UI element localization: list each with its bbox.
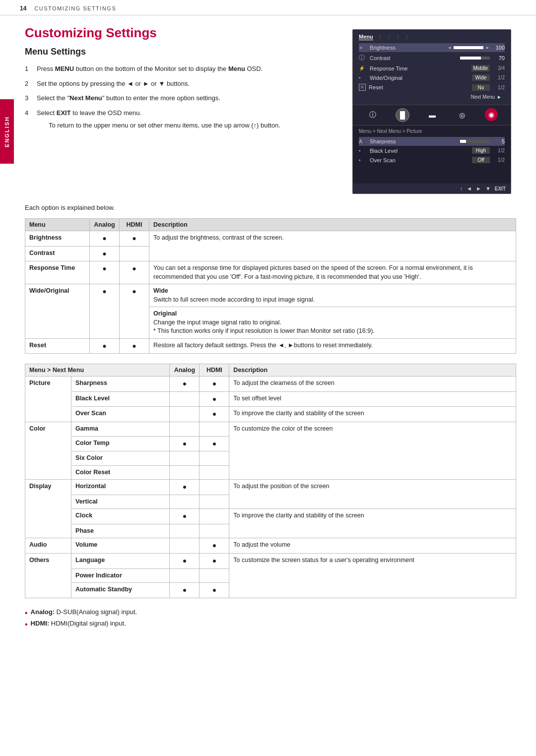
table2-colorreset-item: Color Reset bbox=[71, 465, 170, 480]
table1: Menu Analog HDMI Description Brightness … bbox=[25, 218, 516, 354]
table2-col-analog: Analog bbox=[170, 364, 200, 377]
table2-volume-desc: To adjust the volume bbox=[229, 538, 516, 554]
footer-notes: • Analog: D-SUB(Analog signal) input. • … bbox=[25, 608, 516, 629]
table2-sharpness-item: Sharpness bbox=[71, 377, 170, 392]
osd-overscan-label: Over Scan bbox=[370, 157, 472, 163]
table2-clock-item: Clock bbox=[71, 509, 170, 524]
osd-icon-color-btn: ◎ bbox=[455, 108, 469, 122]
table2-colortemp-analog: ● bbox=[170, 436, 200, 451]
osd-contrast-value: 70 bbox=[493, 55, 505, 61]
section-title: Menu Settings bbox=[25, 47, 337, 57]
osd-reset-value-box: No bbox=[472, 84, 490, 91]
table1-reset-analog: ● bbox=[90, 338, 120, 354]
table2-others-group: Others bbox=[25, 553, 71, 598]
table1-row-response: Response Time ● ● You can set a response… bbox=[25, 261, 516, 284]
osd-left-icon: ◄ bbox=[467, 186, 472, 191]
table2-display-pos-desc: To adjust the position of the screen bbox=[229, 480, 516, 509]
step-2-text: Set the options by pressing the ◄ or ► o… bbox=[37, 79, 190, 89]
page-number: 14 bbox=[20, 5, 26, 12]
step-1-num: 1 bbox=[25, 64, 34, 74]
osd-response-sub: 3/4 bbox=[493, 65, 505, 71]
table2-language-item: Language bbox=[71, 553, 170, 568]
table2-phase-hdmi bbox=[200, 524, 229, 538]
osd-overscan-sub: 1/2 bbox=[493, 157, 505, 163]
table1-col-hdmi: HDMI bbox=[120, 219, 149, 231]
table2-autostandby-item: Automatic Standby bbox=[71, 583, 170, 598]
table2-gamma-hdmi bbox=[200, 422, 229, 437]
osd-response-label: Response Time bbox=[370, 65, 471, 71]
osd-icon-audio-btn: ▬ bbox=[425, 108, 439, 122]
caption-text: Each option is explained below. bbox=[25, 204, 516, 211]
table2-vertical-hdmi bbox=[200, 495, 229, 509]
table1-col-desc: Description bbox=[149, 219, 516, 231]
table1-original-desc: OriginalChange the input image signal ra… bbox=[149, 307, 516, 339]
footer-hdmi-text: HDMI: HDMI(Digital signal) input. bbox=[31, 620, 126, 627]
osd-brightness-bar: ◄ ► bbox=[447, 45, 490, 50]
table2-header-row: Menu > Next Menu Analog HDMI Description bbox=[25, 364, 516, 377]
table2-blacklevel-hdmi: ● bbox=[200, 391, 229, 407]
table1-row-brightness: Brightness ● ● To adjust the brightness,… bbox=[25, 231, 516, 247]
osd-tab-menu: Menu bbox=[359, 34, 373, 40]
step-2: 2 Set the options by pressing the ◄ or ►… bbox=[25, 79, 337, 89]
step-4-text: Select EXIT to leave the OSD menu. bbox=[37, 109, 141, 117]
table2-display-clarity-desc: To improve the clarity and stability of … bbox=[229, 509, 516, 538]
table1-reset-desc: Restore all factory default settings. Pr… bbox=[149, 338, 516, 354]
table2-autostandby-hdmi: ● bbox=[200, 583, 229, 598]
step-3: 3 Select the "Next Menu" button to enter… bbox=[25, 93, 337, 103]
steps-list: 1 Press MENU button on the bottom of the… bbox=[25, 64, 337, 130]
osd-overscan-icon: ▪ bbox=[359, 157, 367, 163]
table2-sixcolor-analog bbox=[170, 451, 200, 466]
table2-colorreset-hdmi bbox=[200, 465, 229, 480]
osd-wide-value-box: Wide bbox=[472, 74, 490, 81]
table1-wide-hdmi: ● bbox=[120, 284, 149, 339]
osd-breadcrumb: Menu > Next Menu > Picture bbox=[359, 128, 505, 134]
table2-volume-item: Volume bbox=[71, 538, 170, 554]
table2-clock-analog: ● bbox=[170, 509, 200, 524]
bullet-dot-analog: • bbox=[25, 608, 28, 618]
table2-row-picture-sharpness: Picture Sharpness ● ● To adjust the clea… bbox=[25, 377, 516, 392]
osd-contrast-icon: ⓘ bbox=[359, 54, 367, 62]
osd-tab-row: Menu / / / / bbox=[359, 34, 505, 40]
osd-sharpness-label: Sharpness bbox=[370, 138, 460, 144]
osd-submenu: Menu > Next Menu > Picture A Sharpness 5 bbox=[353, 125, 511, 184]
step-4-subnote: To return to the upper menu or set other… bbox=[49, 121, 280, 130]
table2-vertical-analog bbox=[170, 495, 200, 509]
osd-overscan-value-box: Off bbox=[472, 157, 490, 163]
table2-overscan-item: Over Scan bbox=[71, 407, 170, 422]
osd-arrow-right: ► bbox=[485, 45, 490, 50]
osd-brightness-value: 100 bbox=[493, 45, 505, 51]
osd-sub-row-blacklevel: ▪ Black Level High 1/2 bbox=[359, 146, 505, 155]
osd-sharpness-bar bbox=[460, 140, 490, 143]
table2-phase-analog bbox=[170, 524, 200, 538]
table2-row-audio-volume: Audio Volume ● To adjust the volume bbox=[25, 538, 516, 554]
osd-brightness-label: Brightness bbox=[370, 45, 447, 51]
osd-brightness-icon: ✳ bbox=[359, 45, 367, 51]
table1-col-analog: Analog bbox=[90, 219, 120, 231]
table1-row-wide: Wide/Original ● ● WideSwitch to full scr… bbox=[25, 284, 516, 307]
osd-wide-sub: 1/2 bbox=[493, 75, 505, 80]
header-title: CUSTOMIZING SETTINGS bbox=[34, 5, 116, 11]
table2-col-hdmi: HDMI bbox=[200, 364, 229, 377]
table2-horizontal-analog: ● bbox=[170, 480, 200, 495]
osd-wide-icon: ▪ bbox=[359, 75, 367, 80]
sidebar-english: ENGLISH bbox=[0, 99, 14, 164]
table2-sharpness-desc: To adjust the clearness of the screen bbox=[229, 377, 516, 392]
osd-bar-fill-brightness bbox=[454, 46, 483, 49]
table2-others-desc: To customize the screen status for a use… bbox=[229, 553, 516, 598]
table2-autostandby-analog: ● bbox=[170, 583, 200, 598]
table2-color-group: Color bbox=[25, 422, 71, 480]
osd-down-icon: ▼ bbox=[485, 186, 491, 191]
left-column: Customizing Settings Menu Settings 1 Pre… bbox=[25, 25, 337, 194]
table2-col-desc: Description bbox=[229, 364, 516, 377]
table2-horizontal-item: Horizontal bbox=[71, 480, 170, 495]
table1-response-desc: You can set a response time for displaye… bbox=[149, 261, 516, 284]
osd-bar-sharpness bbox=[460, 140, 490, 143]
table1-reset-menu: Reset bbox=[25, 338, 90, 354]
step-4-num: 4 bbox=[25, 108, 34, 130]
page-header: 14 CUSTOMIZING SETTINGS bbox=[0, 0, 536, 15]
table2: Menu > Next Menu Analog HDMI Description… bbox=[25, 364, 516, 598]
osd-contrast-label: Contrast bbox=[370, 55, 460, 61]
sidebar-label-text: ENGLISH bbox=[4, 116, 10, 147]
osd-arrow-left: ◄ bbox=[447, 45, 452, 50]
table2-powerindicator-item: Power Indicator bbox=[71, 568, 170, 583]
